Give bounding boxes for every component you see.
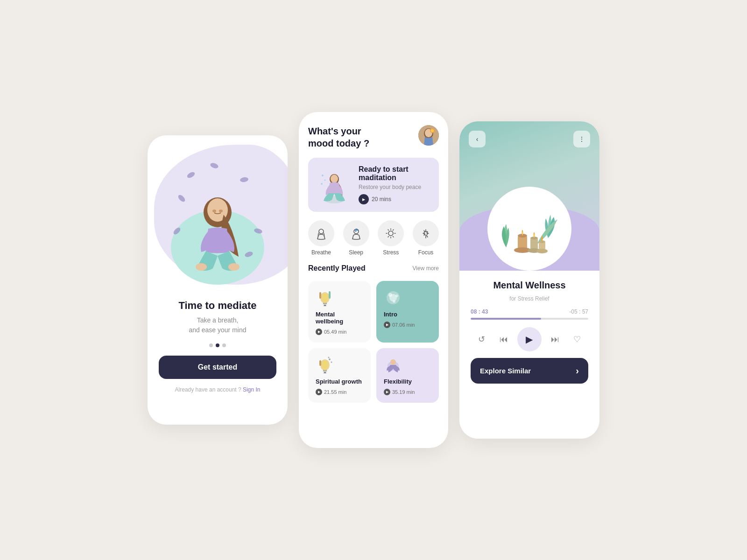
categories: Breathe 💤 Sleep	[308, 220, 439, 256]
svg-point-17	[319, 229, 324, 234]
svg-point-14	[322, 175, 324, 176]
player-top: ‹ ⋮	[459, 121, 599, 271]
explore-chevron-icon: ›	[576, 365, 579, 376]
category-sleep[interactable]: 💤 Sleep	[343, 220, 369, 256]
recently-played-header: Recently Played View more	[308, 264, 439, 273]
illustration-area	[159, 135, 276, 294]
card-spiritual[interactable]: Spiritual growth ▶ 21.55 min	[308, 348, 371, 403]
recently-played-grid: Mental wellbeing ▶ 05.49 min	[308, 281, 439, 403]
time-row: 08 : 43 -05 : 57	[471, 308, 588, 315]
player-nav: ‹ ⋮	[469, 131, 590, 147]
progress-fill	[471, 318, 541, 320]
svg-point-38	[328, 357, 330, 358]
card-icon-1	[316, 288, 334, 307]
album-circle	[487, 187, 571, 271]
card-duration-4: ▶ 35.19 min	[384, 389, 431, 395]
view-more-link[interactable]: View more	[413, 265, 439, 272]
svg-point-37	[331, 362, 332, 363]
breathe-icon	[308, 220, 334, 246]
card-duration-1: ▶ 05.49 min	[316, 329, 363, 335]
svg-text:💤: 💤	[354, 228, 359, 232]
svg-point-40	[390, 359, 396, 365]
category-focus[interactable]: Focus	[413, 220, 439, 256]
banner-title: Ready to start maditation	[359, 165, 431, 182]
duration-icon-2: ▶	[384, 322, 390, 328]
card-title-1: Mental wellbeing	[316, 311, 363, 325]
svg-point-29	[388, 293, 392, 297]
play-pause-button[interactable]: ▶	[517, 327, 542, 351]
dot-1	[209, 343, 213, 347]
screen-1-text: Time to mediate Take a breath,and ease y…	[178, 300, 256, 335]
svg-point-50	[536, 249, 548, 253]
category-stress[interactable]: Stress	[378, 220, 404, 256]
svg-point-13	[331, 175, 338, 183]
category-breathe[interactable]: Breathe	[308, 220, 334, 256]
svg-rect-26	[329, 291, 331, 299]
card-icon-2	[384, 288, 402, 307]
player-controls: ↺ ⏮ ▶ ⏭ ♡	[471, 327, 588, 351]
time-remaining: -05 : 57	[569, 308, 588, 315]
banner-content: Ready to start maditation Restore your b…	[359, 165, 431, 204]
meditation-banner[interactable]: Ready to start maditation Restore your b…	[308, 158, 439, 212]
card-title-2: Intro	[384, 311, 431, 318]
get-started-button[interactable]: Get started	[159, 356, 276, 379]
user-avatar[interactable]	[418, 125, 439, 146]
svg-point-16	[321, 183, 323, 185]
stress-label: Stress	[383, 249, 399, 256]
screen2-header: What's your mood today ?	[308, 125, 439, 149]
play-button-small[interactable]: ▶	[359, 194, 369, 204]
card-duration-2: ▶ 07.06 min	[384, 322, 431, 328]
banner-subtitle: Restore your body peace	[359, 184, 431, 190]
signin-link[interactable]: Sign In	[243, 386, 260, 393]
card-icon-4	[384, 356, 402, 374]
back-button[interactable]: ‹	[469, 131, 486, 147]
play-row[interactable]: ▶ 20 mins	[359, 194, 431, 204]
svg-point-2	[196, 263, 207, 271]
screens-container: Time to mediate Take a breath,and ease y…	[148, 112, 599, 448]
svg-rect-25	[319, 292, 321, 299]
svg-point-5	[219, 210, 223, 212]
screen-2: What's your mood today ?	[299, 112, 448, 448]
album-art	[487, 187, 571, 271]
sleep-label: Sleep	[349, 249, 363, 256]
dot-3	[222, 343, 226, 347]
card-title-4: Flexibility	[384, 378, 431, 385]
meditate-figure	[187, 187, 248, 285]
card-mental-wellbeing[interactable]: Mental wellbeing ▶ 05.49 min	[308, 281, 371, 343]
dot-2	[216, 343, 219, 347]
banner-illustration	[316, 166, 353, 203]
svg-point-4	[212, 210, 216, 212]
banner-duration: 20 mins	[372, 196, 391, 203]
onboarding-title: Time to mediate	[178, 300, 256, 312]
track-subtitle: for Stress Relief	[471, 295, 588, 302]
explore-similar-button[interactable]: Explore Similar ›	[471, 358, 588, 384]
player-bottom: Mental Wellness for Stress Relief 08 : 4…	[459, 271, 599, 439]
svg-point-15	[324, 180, 326, 181]
stress-icon	[378, 220, 404, 246]
svg-rect-35	[319, 360, 321, 366]
svg-point-30	[395, 294, 398, 297]
onboarding-subtitle: Take a breath,and ease your mind	[178, 315, 256, 335]
more-button[interactable]: ⋮	[573, 131, 590, 147]
heart-button[interactable]: ♡	[569, 331, 585, 348]
signin-text: Already have an account ? Sign In	[175, 386, 261, 393]
progress-bar[interactable]	[471, 318, 588, 320]
breathe-label: Breathe	[311, 249, 331, 256]
next-button[interactable]: ⏭	[547, 331, 564, 348]
pagination-dots	[209, 343, 226, 347]
time-current: 08 : 43	[471, 308, 488, 315]
duration-icon-4: ▶	[384, 389, 390, 395]
track-title: Mental Wellness	[471, 280, 588, 291]
svg-point-31	[393, 300, 395, 303]
prev-button[interactable]: ⏮	[495, 331, 512, 348]
card-flexibility[interactable]: Flexibility ▶ 35.19 min	[376, 348, 439, 403]
duration-icon-1: ▶	[316, 329, 322, 335]
repeat-button[interactable]: ↺	[473, 331, 490, 348]
card-intro[interactable]: Intro ▶ 07.06 min	[376, 281, 439, 343]
duration-icon-3: ▶	[316, 389, 322, 395]
sleep-icon: 💤	[343, 220, 369, 246]
screen-3: ‹ ⋮	[459, 121, 599, 439]
recently-played-title: Recently Played	[308, 264, 366, 273]
card-duration-3: ▶ 21.55 min	[316, 389, 363, 395]
mood-title: What's your mood today ?	[308, 125, 369, 149]
